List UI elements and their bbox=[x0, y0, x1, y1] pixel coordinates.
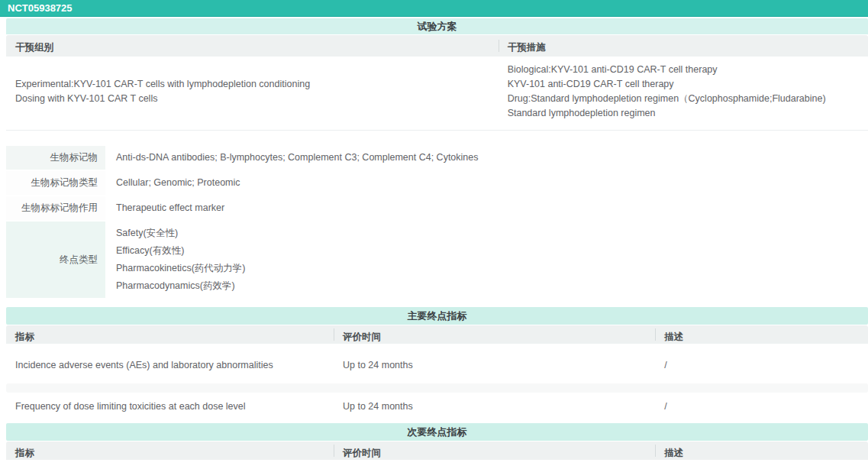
intervention-measure-line: Drug:Standard lymphodepletion regimen（Cy… bbox=[508, 92, 868, 106]
biomarker-table: 生物标记物 Anti-ds-DNA antibodies; B-lymphocy… bbox=[6, 146, 868, 298]
table-row: 生物标记物类型 Cellular; Genomic; Proteomic bbox=[6, 171, 868, 195]
indicator-cell: Incidence adverse events (AEs) and labor… bbox=[6, 359, 334, 372]
endpoint-type-line: Pharmacokinetics(药代动力学) bbox=[116, 260, 245, 277]
column-divider bbox=[655, 445, 656, 457]
trial-id-bar: NCT05938725 bbox=[0, 0, 868, 17]
protocol-section-title: 试验方案 bbox=[6, 18, 868, 34]
evaluation-time-column-header: 评价时间 bbox=[334, 325, 655, 344]
endpoint-type-value: Safety(安全性) Efficacy(有效性) Pharmacokineti… bbox=[105, 222, 253, 298]
protocol-content-row: Experimental:KYV-101 CAR-T cells with ly… bbox=[6, 57, 868, 131]
endpoint-type-line: Pharmacodynamics(药效学) bbox=[116, 277, 245, 295]
primary-endpoints-title: 主要终点指标 bbox=[6, 307, 868, 325]
intervention-measures-cell: Biological:KYV-101 anti-CD19 CAR-T cell … bbox=[499, 63, 868, 121]
endpoint-type-line: Safety(安全性) bbox=[116, 225, 245, 242]
indicator-column-header: 指标 bbox=[6, 442, 334, 460]
biomarker-role-value: Therapeutic effect marker bbox=[105, 196, 232, 220]
table-row: To characterize the pharmacokinetics (PK… bbox=[6, 463, 868, 469]
primary-endpoints-header-row: 指标 评价时间 描述 bbox=[6, 325, 868, 344]
intervention-measures-column-header: 干预措施 bbox=[499, 35, 868, 57]
protocol-column-header-row: 干预组别 干预措施 bbox=[6, 35, 868, 57]
column-divider bbox=[655, 328, 656, 341]
intervention-group-cell: Experimental:KYV-101 CAR-T cells with ly… bbox=[6, 63, 499, 121]
secondary-endpoints-title: 次要终点指标 bbox=[6, 423, 868, 441]
description-cell: / bbox=[655, 359, 868, 372]
column-divider bbox=[334, 445, 334, 457]
intervention-measure-line: Biological:KYV-101 anti-CD19 CAR-T cell … bbox=[508, 63, 868, 77]
endpoint-type-line: Efficacy(有效性) bbox=[116, 242, 245, 260]
description-column-header: 描述 bbox=[655, 325, 868, 344]
nct-id: NCT05938725 bbox=[8, 2, 73, 14]
table-row: 生物标标记物作用 Therapeutic effect marker bbox=[6, 196, 868, 220]
trial-detail-page: 试验方案 干预组别 干预措施 Experimental:KYV-101 CAR-… bbox=[6, 18, 868, 469]
description-column-header: 描述 bbox=[655, 442, 868, 460]
evaluation-time-cell: Up to 24 months bbox=[334, 400, 655, 413]
evaluation-time-column-header: 评价时间 bbox=[334, 442, 655, 460]
biomarker-role-label: 生物标标记物作用 bbox=[6, 196, 105, 220]
secondary-endpoints-header-row: 指标 评价时间 描述 bbox=[6, 442, 868, 460]
description-cell: / bbox=[655, 400, 868, 413]
table-row: 终点类型 Safety(安全性) Efficacy(有效性) Pharmacok… bbox=[6, 222, 868, 298]
biomarker-label: 生物标记物 bbox=[6, 146, 105, 170]
endpoint-type-label: 终点类型 bbox=[6, 222, 105, 298]
table-row: Incidence adverse events (AEs) and labor… bbox=[6, 347, 868, 383]
evaluation-time-cell: Up to 24 months bbox=[334, 359, 655, 372]
intervention-measure-line: Standard lymphodepletion regimen bbox=[508, 106, 868, 121]
intervention-group-line: Experimental:KYV-101 CAR-T cells with ly… bbox=[15, 77, 499, 92]
biomarker-type-value: Cellular; Genomic; Proteomic bbox=[105, 171, 248, 195]
intervention-group-line: Dosing with KYV-101 CAR T cells bbox=[15, 92, 499, 106]
row-separator bbox=[6, 383, 868, 393]
indicator-cell: Frequency of dose limiting toxicities at… bbox=[6, 400, 334, 413]
table-row: 生物标记物 Anti-ds-DNA antibodies; B-lymphocy… bbox=[6, 146, 868, 170]
biomarker-type-label: 生物标记物类型 bbox=[6, 171, 105, 195]
intervention-group-column-header: 干预组别 bbox=[6, 35, 499, 57]
intervention-measure-line: KYV-101 anti-CD19 CAR-T cell therapy bbox=[508, 77, 868, 92]
column-divider bbox=[499, 40, 499, 52]
indicator-column-header: 指标 bbox=[6, 325, 334, 344]
column-divider bbox=[334, 328, 334, 341]
biomarker-value: Anti-ds-DNA antibodies; B-lymphocytes; C… bbox=[105, 146, 486, 170]
table-row: Frequency of dose limiting toxicities at… bbox=[6, 393, 868, 420]
